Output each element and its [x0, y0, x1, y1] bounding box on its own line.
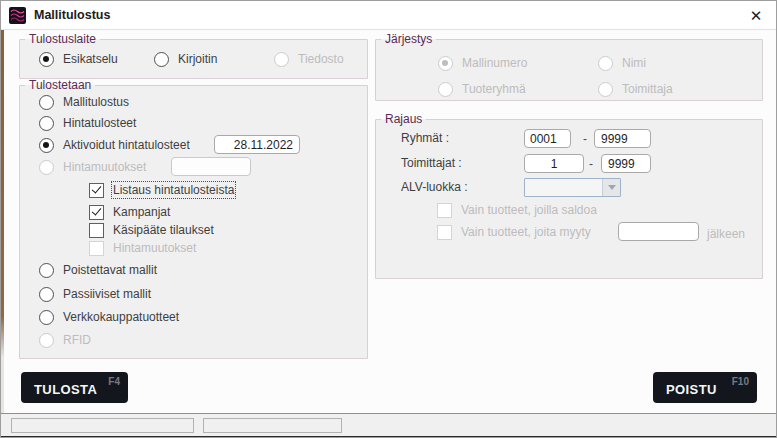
- radio-tiedosto-label[interactable]: Tiedosto: [298, 52, 344, 66]
- checkbox-row-kasipaate: Käsipääte tilaukset: [89, 222, 214, 238]
- radio-rfid[interactable]: [39, 333, 54, 348]
- group-tulostuslaite-label: Tulostuslaite: [25, 32, 100, 46]
- titlebar: Mallitulostus ✕: [1, 1, 776, 30]
- status-panel-1: [11, 418, 194, 433]
- ryhmat-range-dash: -: [583, 132, 587, 146]
- radio-toimittaja-label[interactable]: Toimittaja: [622, 82, 673, 96]
- group-tulostetaan-label: Tulostetaan: [25, 78, 95, 92]
- close-icon[interactable]: ✕: [746, 6, 766, 26]
- myyty-date-field[interactable]: [618, 222, 699, 241]
- radio-aktivoidut-hintatulosteet[interactable]: [39, 138, 54, 153]
- radio-passiiviset-label[interactable]: Passiiviset mallit: [63, 287, 151, 301]
- checkbox-myyty-label[interactable]: Vain tuotteet, joita myyty: [461, 225, 591, 239]
- checkbox-kampanjat[interactable]: [89, 205, 104, 220]
- checkbox-row-myyty: Vain tuotteet, joita myyty: [437, 224, 591, 240]
- desktop-background-sliver: [1, 30, 4, 438]
- toimittajat-label: Toimittajat :: [401, 156, 462, 170]
- radio-mallitulostus[interactable]: [39, 95, 54, 110]
- radio-kirjoitin[interactable]: [154, 52, 169, 67]
- poistu-button[interactable]: POISTU F10: [653, 372, 757, 403]
- toimittajat-range-dash: -: [589, 157, 593, 171]
- group-rajaus-label: Rajaus: [381, 112, 426, 126]
- group-jarjestys: Järjestys: [375, 32, 763, 101]
- toimittajat-label-row: Toimittajat :: [401, 155, 462, 171]
- radio-passiiviset-mallit[interactable]: [39, 287, 54, 302]
- status-bar: [1, 413, 776, 436]
- checkbox-listaus-label[interactable]: Listaus hintatulosteista: [113, 183, 234, 197]
- radio-mallinumero[interactable]: [438, 56, 453, 71]
- radio-row-tuoteryhma: Tuoteryhmä: [438, 81, 526, 97]
- radio-row-esikatselu: Esikatselu: [39, 51, 118, 67]
- checkbox-saldoa-label[interactable]: Vain tuotteet, joilla saldoa: [461, 203, 597, 217]
- checkbox-vain-myyty[interactable]: [437, 225, 452, 240]
- aktivoidut-date-field[interactable]: [214, 135, 300, 154]
- ryhmat-label-row: Ryhmät :: [401, 130, 449, 146]
- radio-row-toimittaja: Toimittaja: [598, 81, 673, 97]
- radio-tuoteryhma[interactable]: [438, 82, 453, 97]
- checkbox-hintamuutokset[interactable]: [89, 241, 104, 256]
- radio-row-hintamuutokset: Hintamuutokset: [39, 159, 146, 175]
- checkbox-kampanjat-label[interactable]: Kampanjat: [113, 205, 170, 219]
- radio-tuoteryhma-label[interactable]: Tuoteryhmä: [462, 82, 526, 96]
- radio-esikatselu[interactable]: [39, 52, 54, 67]
- radio-poistettavat-label[interactable]: Poistettavat mallit: [63, 263, 157, 277]
- jalkeen-label: jälkeen: [707, 227, 745, 241]
- ryhmat-to-field[interactable]: [594, 129, 651, 148]
- radio-row-kirjoitin: Kirjoitin: [154, 51, 217, 67]
- app-icon: [9, 7, 26, 24]
- radio-verkkokauppa-label[interactable]: Verkkokauppatuotteet: [63, 310, 179, 324]
- status-panel-2: [203, 418, 342, 433]
- toimittajat-from-field[interactable]: [524, 154, 584, 173]
- checkbox-row-listaus: Listaus hintatulosteista: [89, 182, 234, 198]
- alv-luokka-label: ALV-luokka :: [401, 180, 467, 194]
- hintamuutokset-date-field[interactable]: [171, 157, 251, 176]
- radio-row-nimi: Nimi: [598, 55, 646, 71]
- radio-poistettavat-mallit[interactable]: [39, 263, 54, 278]
- checkbox-row-hintamuutokset: Hintamuutokset: [89, 240, 196, 256]
- chevron-down-icon[interactable]: [602, 179, 620, 196]
- radio-rfid-label[interactable]: RFID: [63, 333, 91, 347]
- radio-row-hintatulosteet: Hintatulosteet: [39, 115, 136, 131]
- radio-hintamuutokset-label[interactable]: Hintamuutokset: [63, 160, 146, 174]
- radio-row-mallinumero: Mallinumero: [438, 55, 527, 71]
- radio-row-rfid: RFID: [39, 332, 91, 348]
- checkbox-kasipaate-label[interactable]: Käsipääte tilaukset: [113, 223, 214, 237]
- ryhmat-label: Ryhmät :: [401, 131, 449, 145]
- tulosta-button[interactable]: TULOSTA F4: [21, 372, 128, 403]
- radio-hintatulosteet[interactable]: [39, 116, 54, 131]
- radio-hintamuutokset[interactable]: [39, 160, 54, 175]
- radio-aktivoidut-label[interactable]: Aktivoidut hintatulosteet: [63, 138, 190, 152]
- ryhmat-from-field[interactable]: [524, 129, 571, 148]
- toimittajat-to-field[interactable]: [601, 154, 651, 173]
- radio-row-passiiviset: Passiiviset mallit: [39, 286, 151, 302]
- radio-kirjoitin-label[interactable]: Kirjoitin: [178, 52, 217, 66]
- alv-label-row: ALV-luokka :: [401, 179, 467, 195]
- radio-nimi[interactable]: [598, 56, 613, 71]
- dialog-mallitulostus: Mallitulostus ✕ Tulostuslaite Tulostetaa…: [0, 0, 777, 438]
- checkbox-listaus-hintatulosteista[interactable]: [89, 183, 104, 198]
- radio-mallitulostus-label[interactable]: Mallitulostus: [63, 95, 129, 109]
- checkbox-row-kampanjat: Kampanjat: [89, 204, 170, 220]
- checkbox-kasipaate-tilaukset[interactable]: [89, 223, 104, 238]
- radio-tiedosto[interactable]: [274, 52, 289, 67]
- tulosta-button-label: TULOSTA: [34, 382, 97, 397]
- checkbox-hintamuutokset-label[interactable]: Hintamuutokset: [113, 241, 196, 255]
- window-title: Mallitulostus: [34, 8, 110, 22]
- radio-row-tiedosto: Tiedosto: [274, 51, 344, 67]
- checkbox-row-saldoa: Vain tuotteet, joilla saldoa: [437, 202, 597, 218]
- radio-hintatulosteet-label[interactable]: Hintatulosteet: [63, 116, 136, 130]
- poistu-fkey-label: F10: [732, 376, 749, 387]
- radio-row-mallitulostus: Mallitulostus: [39, 94, 129, 110]
- poistu-button-label: POISTU: [666, 382, 717, 397]
- group-jarjestys-label: Järjestys: [381, 32, 436, 46]
- radio-verkkokauppatuotteet[interactable]: [39, 310, 54, 325]
- radio-mallinumero-label[interactable]: Mallinumero: [462, 56, 527, 70]
- tulosta-fkey-label: F4: [108, 376, 120, 387]
- checkbox-vain-saldoa[interactable]: [437, 203, 452, 218]
- radio-toimittaja[interactable]: [598, 82, 613, 97]
- radio-esikatselu-label[interactable]: Esikatselu: [63, 52, 118, 66]
- radio-nimi-label[interactable]: Nimi: [622, 56, 646, 70]
- radio-row-poistettavat: Poistettavat mallit: [39, 262, 157, 278]
- alv-luokka-dropdown[interactable]: [524, 178, 621, 197]
- radio-row-verkkokauppa: Verkkokauppatuotteet: [39, 309, 179, 325]
